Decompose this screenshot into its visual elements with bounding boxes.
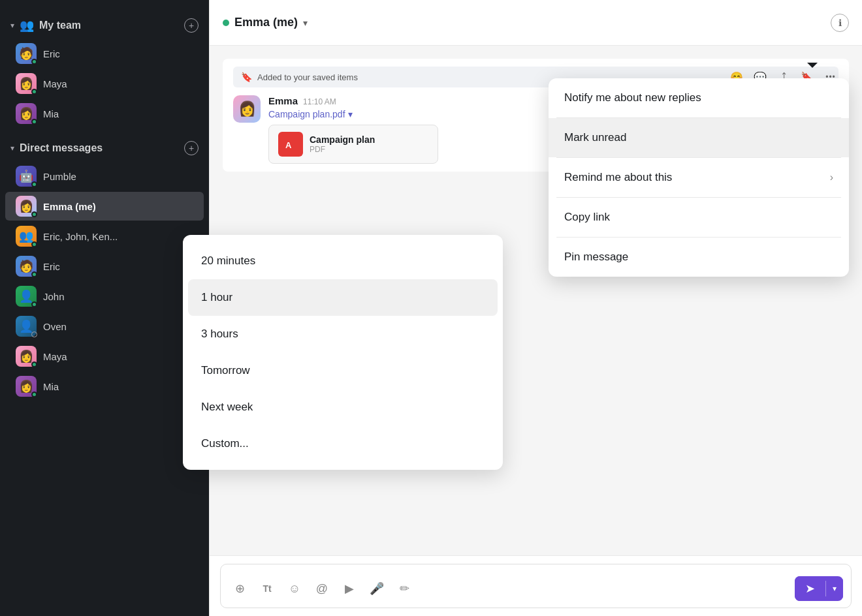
emoji-input-button[interactable]: ☺ [283,578,306,600]
context-menu-mark-unread[interactable]: Mark unread [549,118,849,157]
context-menu-pin-message[interactable]: Pin message [549,238,849,277]
file-mention-name: Campaign plan.pdf [268,109,345,119]
message-avatar: 👩 [233,95,261,123]
mic-icon: 🎤 [370,581,384,596]
status-online-maya [31,89,37,95]
sidebar-item-eric-team[interactable]: 🧑 Eric [5,39,204,68]
video-button[interactable]: ▶ [338,578,360,600]
remind-custom[interactable]: Custom... [183,425,503,462]
sidebar-name-john: John [43,291,65,302]
send-btn-group: ➤ ▾ [795,576,843,601]
status-online-emma [31,211,37,217]
pdf-icon: A [278,132,303,157]
mic-button[interactable]: 🎤 [366,578,388,600]
avatar-maya-dm: 👩 [16,346,37,367]
dm-section-header[interactable]: ▾ Direct messages + [0,136,209,161]
context-copy-link-label: Copy link [564,211,610,224]
remind-chevron-icon: › [830,172,833,183]
avatar-oven: 👤 [16,316,37,337]
sidebar-item-oven[interactable]: 👤 Oven [5,312,204,341]
status-online-group [31,241,37,247]
team-chevron-icon: ▾ [10,21,14,30]
status-online-maya-dm [31,362,37,367]
remind-tomorrow-label: Tomorrow [201,364,250,377]
remind-20min-label: 20 minutes [201,254,255,267]
sidebar-item-mia-team[interactable]: 👩 Mia [5,99,204,128]
video-icon: ▶ [345,581,354,596]
send-dropdown-button[interactable]: ▾ [826,579,843,598]
sidebar-item-emma-me[interactable]: 👩 Emma (me) [5,192,204,221]
saved-text: Added to your saved items [257,72,358,82]
context-menu-remind[interactable]: Remind me about this › [549,158,849,197]
sidebar-name-eric-dm: Eric [43,261,60,272]
pdf-type: PDF [310,145,375,154]
chat-title-chevron-icon[interactable]: ▾ [303,18,308,28]
remind-20min[interactable]: 20 minutes [183,243,503,279]
add-dm-button[interactable]: + [184,141,199,155]
send-dropdown-icon: ▾ [833,584,837,593]
add-icon: ⊕ [235,581,245,596]
remind-custom-label: Custom... [201,437,249,450]
team-section-header[interactable]: ▾ 👥 My team + [0,13,209,38]
add-team-button[interactable]: + [184,18,199,33]
online-indicator [223,20,229,26]
sidebar-name-group: Eric, John, Ken... [43,231,118,242]
sidebar-name-maya-team: Maya [43,78,67,89]
remind-next-week[interactable]: Next week [183,389,503,425]
sidebar: ▾ 👥 My team + 🧑 Eric 👩 Maya 👩 Mia [0,0,209,616]
chat-input-area: ⊕ Tt ☺ @ ▶ 🎤 ✏ [210,555,862,616]
dm-chevron-icon: ▾ [10,144,14,153]
context-pin-message-label: Pin message [564,251,628,264]
sidebar-name-mia-dm: Mia [43,381,59,392]
emoji-input-icon: ☺ [289,582,300,596]
remind-submenu: 20 minutes 1 hour 3 hours Tomorrow Next … [183,235,503,470]
send-icon: ➤ [805,581,815,596]
edit-button[interactable]: ✏ [393,578,415,600]
team-section-title: My team [39,20,179,31]
sidebar-item-john[interactable]: 👤 John [5,282,204,311]
sidebar-item-pumble[interactable]: 🤖 Pumble [5,162,204,191]
status-online-john [31,301,37,307]
status-online-mia-dm [31,392,37,397]
remind-3hours[interactable]: 3 hours [183,316,503,352]
remind-tomorrow[interactable]: Tomorrow [183,352,503,389]
message-sender: Emma [268,95,298,106]
avatar-maya-team: 👩 [16,73,37,94]
sidebar-item-maya-dm[interactable]: 👩 Maya [5,342,204,371]
avatar-emma-me: 👩 [16,196,37,217]
text-format-button[interactable]: Tt [256,578,278,600]
avatar-eric-team: 🧑 [16,43,37,64]
context-notify-replies-label: Notify me about new replies [564,91,701,104]
sidebar-name-eric-team: Eric [43,48,60,59]
status-offline-oven [31,331,37,337]
status-online-pumble [31,181,37,187]
remind-1hour[interactable]: 1 hour [188,279,498,316]
message-time: 11:10 AM [303,97,336,106]
pdf-attachment[interactable]: A Campaign plan PDF [268,125,438,164]
bookmark-saved-icon: 🔖 [241,72,252,82]
mention-button[interactable]: @ [311,578,333,600]
info-button[interactable]: ℹ [831,14,849,32]
sidebar-item-group[interactable]: 👥 Eric, John, Ken... [5,222,204,251]
avatar-eric-dm: 🧑 [16,256,37,277]
edit-icon: ✏ [400,581,409,596]
input-toolbar: ⊕ Tt ☺ @ ▶ 🎤 ✏ [229,571,843,601]
remind-3hours-label: 3 hours [201,328,238,340]
add-attachment-button[interactable]: ⊕ [229,578,251,600]
sidebar-name-pumble: Pumble [43,171,76,182]
context-menu-notify-replies[interactable]: Notify me about new replies [549,78,849,117]
sidebar-item-maya-team[interactable]: 👩 Maya [5,69,204,98]
chat-title: Emma (me) [234,16,298,29]
avatar-john: 👤 [16,286,37,307]
send-button[interactable]: ➤ [795,576,825,601]
sidebar-item-eric-dm[interactable]: 🧑 Eric [5,252,204,281]
context-menu-copy-link[interactable]: Copy link [549,198,849,237]
dm-section-title: Direct messages [20,142,179,154]
sidebar-name-maya-dm: Maya [43,351,67,362]
avatar-pumble: 🤖 [16,166,37,187]
message-input-box: ⊕ Tt ☺ @ ▶ 🎤 ✏ [220,564,852,608]
avatar-group: 👥 [16,226,37,247]
dm-list: 🤖 Pumble 👩 Emma (me) 👥 Eric, John, Ken..… [0,162,209,401]
cursor-pointer-icon [807,63,818,68]
sidebar-item-mia-dm[interactable]: 👩 Mia [5,372,204,401]
